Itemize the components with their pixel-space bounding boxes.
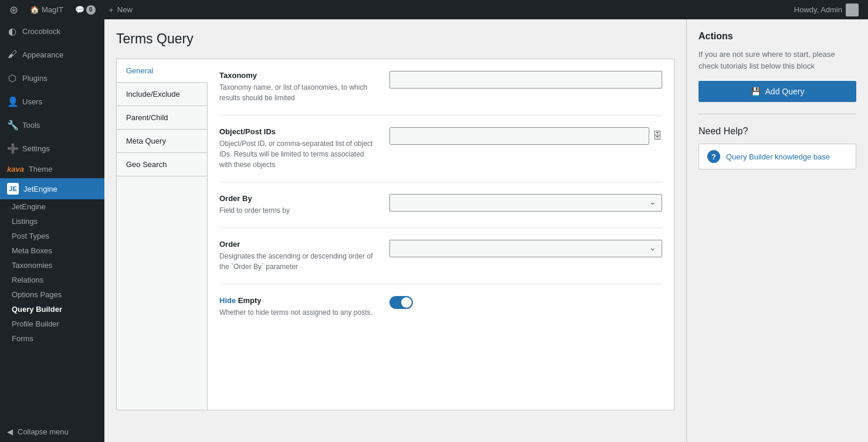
order-label: Order	[219, 240, 378, 249]
content-area: Terms Query General Include/Exclude Pare…	[104, 19, 868, 442]
sidebar-item-jetengine[interactable]: JE JetEngine	[0, 178, 104, 199]
field-row-order: Order Designates the ascending or descen…	[219, 240, 662, 272]
order-by-label: Order By	[219, 194, 378, 203]
avatar-icon	[846, 4, 859, 16]
object-post-ids-label: Object/Post IDs	[219, 127, 378, 136]
tab-meta-query[interactable]: Meta Query	[117, 130, 207, 153]
admin-bar: ⊛ 🏠 MagIT 💬 0 ＋ New Howdy, Admin	[0, 0, 868, 19]
sidebar-item-tools[interactable]: 🔧 Tools	[0, 113, 104, 137]
order-select-wrapper	[389, 240, 662, 257]
field-label-col-order: Order Designates the ascending or descen…	[219, 240, 378, 272]
field-input-col-order-by	[389, 194, 662, 212]
hide-label-part2: Empty	[238, 296, 262, 305]
db-icon: 🗄	[653, 131, 662, 141]
field-group-taxonomy: Taxonomy Taxonomy name, or list of taxon…	[219, 71, 662, 115]
field-label-col-order-by: Order By Field to order terms by	[219, 194, 378, 216]
sidebar-submenu: JetEngine Listings Post Types Meta Boxes…	[0, 199, 104, 346]
right-panel: Actions If you are not sure where to sta…	[686, 19, 868, 442]
need-help-title: Need Help?	[699, 126, 856, 137]
order-select[interactable]	[389, 240, 662, 257]
field-label-col-taxonomy: Taxonomy Taxonomy name, or list of taxon…	[219, 71, 378, 103]
order-by-select[interactable]	[389, 194, 662, 212]
submenu-query-builder[interactable]: Query Builder	[0, 302, 104, 317]
toggle-knob	[401, 297, 412, 308]
new-item[interactable]: ＋ New	[103, 5, 137, 15]
field-row-order-by: Order By Field to order terms by	[219, 194, 662, 216]
tab-general[interactable]: General	[117, 59, 208, 83]
comment-icon: 💬	[75, 5, 84, 14]
field-group-hide-empty: Hide Empty Whether to hide terms not ass…	[219, 296, 662, 329]
admin-bar-right: Howdy, Admin	[794, 4, 863, 16]
submenu-listings[interactable]: Listings	[0, 214, 104, 229]
hide-empty-desc: Whether to hide terms not assigned to an…	[219, 307, 378, 318]
submenu-forms[interactable]: Forms	[0, 331, 104, 346]
query-tabs: General Include/Exclude Parent/Child Met…	[117, 59, 208, 410]
field-label-col-hide-empty: Hide Empty Whether to hide terms not ass…	[219, 296, 378, 318]
field-row-taxonomy: Taxonomy Taxonomy name, or list of taxon…	[219, 71, 662, 103]
submenu-profile-builder[interactable]: Profile Builder	[0, 317, 104, 331]
field-input-col-order	[389, 240, 662, 257]
submenu-jetengine[interactable]: JetEngine	[0, 199, 104, 214]
submenu-post-types[interactable]: Post Types	[0, 229, 104, 243]
field-label-col-object-post-ids: Object/Post IDs Object/Post ID, or comma…	[219, 127, 378, 170]
field-input-col-hide-empty	[389, 296, 662, 309]
submenu-options-pages[interactable]: Options Pages	[0, 287, 104, 302]
taxonomy-input[interactable]	[389, 71, 662, 89]
object-post-ids-input[interactable]	[389, 127, 649, 145]
wp-logo-icon: ⊛	[9, 4, 18, 16]
hide-label-part1: Hide	[219, 296, 236, 305]
home-icon: 🏠	[30, 5, 39, 14]
sidebar-item-settings[interactable]: ➕ Settings	[0, 137, 104, 160]
order-by-desc: Field to order terms by	[219, 205, 378, 216]
actions-title: Actions	[699, 31, 856, 42]
sidebar-item-crocoblock[interactable]: ◐ Crocoblock	[0, 19, 104, 43]
collapse-menu[interactable]: ◀ Collapse menu	[0, 421, 104, 442]
actions-desc: If you are not sure where to start, plea…	[699, 49, 856, 72]
divider	[699, 114, 856, 114]
field-group-order-by: Order By Field to order terms by	[219, 194, 662, 228]
sidebar-item-users[interactable]: 👤 Users	[0, 90, 104, 113]
page-title: Terms Query	[116, 31, 674, 47]
collapse-icon: ◀	[7, 427, 13, 436]
sidebar-item-appearance[interactable]: 🖌 Appearance	[0, 43, 104, 66]
help-link-text: Query Builder knowledge base	[726, 152, 830, 161]
sidebar-item-plugins[interactable]: ⬡ Plugins	[0, 66, 104, 90]
query-fields: Taxonomy Taxonomy name, or list of taxon…	[208, 59, 674, 410]
hide-empty-toggle-container	[389, 296, 413, 309]
taxonomy-desc: Taxonomy name, or list of taxonomies, to…	[219, 82, 378, 103]
crocoblock-icon: ◐	[7, 26, 18, 37]
field-group-object-post-ids: Object/Post IDs Object/Post ID, or comma…	[219, 127, 662, 182]
query-container: General Include/Exclude Parent/Child Met…	[116, 59, 674, 410]
comments-item[interactable]: 💬 0	[70, 5, 100, 15]
hide-empty-label: Hide Empty	[219, 296, 378, 305]
tab-parent-child[interactable]: Parent/Child	[117, 106, 207, 130]
sidebar-item-kava-theme[interactable]: kava Theme	[0, 160, 104, 178]
appearance-icon: 🖌	[7, 49, 18, 60]
submenu-relations[interactable]: Relations	[0, 273, 104, 287]
taxonomy-label: Taxonomy	[219, 71, 378, 80]
main-layout: ◐ Crocoblock 🖌 Appearance ⬡ Plugins 👤 Us…	[0, 19, 868, 442]
hide-empty-toggle[interactable]	[389, 296, 413, 309]
settings-icon: ➕	[7, 143, 18, 154]
submenu-taxonomies[interactable]: Taxonomies	[0, 258, 104, 273]
help-link[interactable]: ? Query Builder knowledge base	[699, 144, 856, 169]
help-icon: ?	[707, 150, 720, 163]
order-desc: Designates the ascending or descending o…	[219, 251, 378, 272]
tab-geo-search[interactable]: Geo Search	[117, 153, 207, 176]
users-icon: 👤	[7, 96, 18, 107]
wp-logo[interactable]: ⊛	[5, 0, 23, 19]
field-input-col-taxonomy	[389, 71, 662, 89]
plus-icon: ＋	[107, 5, 115, 15]
sidebar: ◐ Crocoblock 🖌 Appearance ⬡ Plugins 👤 Us…	[0, 19, 104, 442]
field-row-hide-empty: Hide Empty Whether to hide terms not ass…	[219, 296, 662, 318]
site-name[interactable]: 🏠 MagIT	[25, 0, 68, 19]
tab-include-exclude[interactable]: Include/Exclude	[117, 83, 207, 106]
add-query-button[interactable]: 💾 Add Query	[699, 81, 856, 102]
field-group-order: Order Designates the ascending or descen…	[219, 240, 662, 284]
tools-icon: 🔧	[7, 120, 18, 131]
field-input-col-object-post-ids: 🗄	[389, 127, 662, 145]
order-by-select-wrapper	[389, 194, 662, 212]
main-panel: Terms Query General Include/Exclude Pare…	[104, 19, 686, 442]
submenu-meta-boxes[interactable]: Meta Boxes	[0, 243, 104, 258]
plugins-icon: ⬡	[7, 73, 18, 84]
